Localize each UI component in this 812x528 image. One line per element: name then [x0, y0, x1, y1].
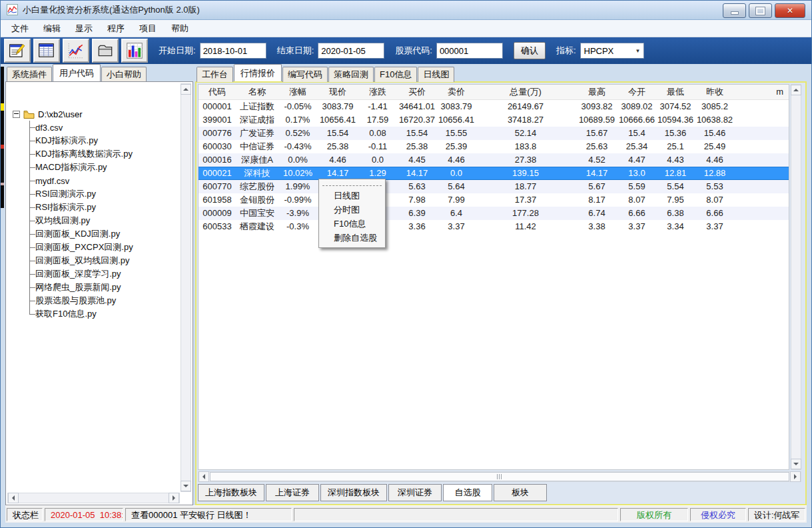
table-row[interactable]: 601958金钼股份-0.99%7.987.9917.378.178.077.9…: [199, 193, 789, 207]
column-header[interactable]: 名称: [236, 85, 278, 99]
tree-item[interactable]: 回测面板_双均线回测.py: [7, 254, 179, 267]
main-tab[interactable]: 编写代码: [282, 67, 328, 82]
column-header[interactable]: 涨跌: [358, 85, 397, 99]
column-header[interactable]: 代码: [199, 85, 236, 99]
close-button[interactable]: ✕: [775, 3, 805, 18]
table-vscrollbar[interactable]: [791, 84, 801, 470]
main-tab[interactable]: F10信息: [374, 67, 417, 82]
main-tab[interactable]: 策略回测: [328, 67, 374, 82]
scroll-down-button[interactable]: [791, 459, 801, 469]
tree-item[interactable]: KDJ指标演示.py: [7, 134, 179, 147]
context-menu-item[interactable]: 日线图: [320, 189, 384, 203]
board-button[interactable]: 深圳证券: [388, 484, 442, 501]
tree-item[interactable]: 回测面板_KDJ回测.py: [7, 227, 179, 241]
tree-item[interactable]: 网络爬虫_股票新闻.py: [7, 281, 179, 294]
scroll-up-button[interactable]: [791, 85, 801, 95]
line-chart-icon: [67, 41, 85, 60]
cell: 52.14: [476, 127, 576, 140]
start-date-input[interactable]: [200, 43, 266, 59]
context-menu-item[interactable]: 删除自选股: [320, 231, 384, 245]
column-header[interactable]: 现价: [317, 85, 358, 99]
tree-item[interactable]: 回测面板_PXCPX回测.py: [7, 241, 179, 254]
menu-item[interactable]: 程序: [100, 21, 132, 37]
context-menu-item[interactable]: 分时图: [320, 203, 384, 217]
menu-item[interactable]: 显示: [68, 21, 100, 37]
column-header[interactable]: 昨收: [695, 85, 734, 99]
scroll-right-button[interactable]: [169, 493, 179, 503]
table-row[interactable]: 600533栖霞建设-0.3%3.363.3711.423.383.373.34…: [199, 220, 789, 233]
collapse-icon[interactable]: [13, 111, 20, 118]
maximize-button[interactable]: [749, 3, 772, 18]
tree-item[interactable]: 回测面板_深度学习.py: [7, 267, 179, 281]
column-header[interactable]: m: [734, 85, 789, 99]
main-tab[interactable]: 日线图: [418, 67, 454, 82]
folder-button[interactable]: [92, 39, 119, 63]
cell: 601958: [199, 193, 236, 207]
tree-item[interactable]: 获取F10信息.py: [7, 307, 179, 321]
tree-item[interactable]: mydf.csv: [7, 174, 179, 187]
hscroll-thumb[interactable]: [210, 472, 789, 481]
menu-item[interactable]: 项目: [132, 21, 164, 37]
table-row[interactable]: 399001深证成指0.17%10656.4117.5916720.371065…: [199, 113, 789, 127]
stock-code-input[interactable]: [436, 43, 503, 59]
board-button[interactable]: 自选股: [443, 484, 492, 501]
scroll-right-button[interactable]: [790, 471, 801, 482]
cell: -1.41: [358, 100, 397, 113]
column-header[interactable]: 最高: [576, 85, 618, 99]
menu-item[interactable]: 文件: [4, 21, 36, 37]
table-hscrollbar[interactable]: [198, 471, 801, 482]
scroll-up-icon: [183, 88, 189, 91]
main-tab[interactable]: 行情报价: [234, 64, 282, 81]
scroll-left-button[interactable]: [8, 493, 19, 503]
tree-item-label: 回测面板_深度学习.py: [35, 268, 121, 280]
confirm-button[interactable]: 确认: [514, 42, 546, 59]
table-row[interactable]: 600030中信证券-0.43%25.38-0.1125.3825.39183.…: [199, 140, 789, 153]
tree-root[interactable]: D:\xb2\user: [13, 107, 179, 121]
cell: 5.54: [655, 180, 695, 193]
indicator-select[interactable]: HPCPX ▼: [580, 43, 644, 59]
edit-button[interactable]: [4, 39, 31, 63]
column-header[interactable]: 涨幅: [278, 85, 317, 99]
tree-item[interactable]: df3.csv: [7, 121, 179, 134]
column-header[interactable]: 买价: [397, 85, 437, 99]
minimize-button[interactable]: [723, 3, 746, 18]
column-header[interactable]: 最低: [655, 85, 695, 99]
column-header[interactable]: 今开: [618, 85, 655, 99]
column-header[interactable]: 卖价: [437, 85, 476, 99]
table-row[interactable]: 000016深康佳A0.0%4.460.04.454.4627.384.524.…: [199, 153, 789, 167]
tree-item[interactable]: 股票选股与股票池.py: [7, 294, 179, 307]
scroll-up-button[interactable]: [181, 84, 191, 95]
column-header[interactable]: 总量(万): [476, 85, 576, 99]
context-menu-item[interactable]: F10信息: [320, 217, 384, 231]
board-button[interactable]: 上海证券: [266, 484, 319, 501]
scroll-down-button[interactable]: [181, 481, 191, 491]
tree-item[interactable]: KDJ指标离线数据演示.py: [7, 147, 179, 161]
table-row[interactable]: 000009中国宝安-3.9%6.396.4177.286.746.666.38…: [199, 207, 789, 220]
sidebar-tab[interactable]: 用户代码: [53, 64, 101, 81]
menu-item[interactable]: 帮助: [164, 21, 196, 37]
main-tab[interactable]: 工作台: [197, 67, 233, 82]
tree-hscrollbar[interactable]: [7, 493, 180, 503]
scroll-left-button[interactable]: [199, 471, 209, 482]
table-row[interactable]: 000021深科技10.02%14.171.2914.170.0139.1514…: [199, 167, 789, 180]
table-row[interactable]: 000001上证指数-0.05%3083.79-1.4134641.013083…: [199, 100, 789, 113]
tree-vscrollbar[interactable]: [181, 83, 191, 492]
tree-item[interactable]: MACD指标演示.py: [7, 161, 179, 174]
tree-item[interactable]: RSI指标演示.py: [7, 201, 179, 214]
menu-item[interactable]: 编辑: [36, 21, 68, 37]
board-button[interactable]: 深圳指数板块: [320, 484, 387, 501]
tree-item[interactable]: 双均线回测.py: [7, 214, 179, 227]
end-date-input[interactable]: [318, 43, 384, 59]
line-chart-button[interactable]: [63, 39, 89, 63]
board-button[interactable]: 上海指数板块: [198, 484, 264, 501]
table-row[interactable]: 000776广发证券0.52%15.540.0815.5415.5552.141…: [199, 127, 789, 140]
table-button[interactable]: [33, 39, 60, 63]
board-button[interactable]: 板块: [494, 484, 547, 501]
bar-chart-button[interactable]: [121, 39, 148, 63]
cell: 6.38: [655, 207, 695, 220]
sidebar-tab[interactable]: 小白帮助: [101, 67, 147, 82]
menu-tearoff-handle[interactable]: [322, 181, 382, 186]
tree-item[interactable]: RSI回测演示.py: [7, 187, 179, 201]
sidebar-tab[interactable]: 系统插件: [7, 67, 52, 82]
table-row[interactable]: 600770综艺股份1.99%5.635.6418.775.675.595.54…: [199, 180, 789, 193]
